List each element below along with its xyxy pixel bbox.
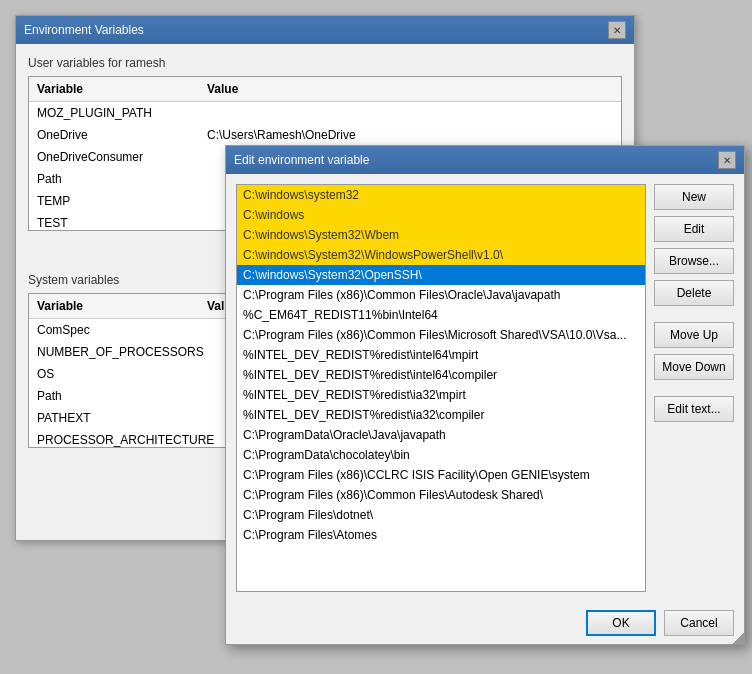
path-edit-button[interactable]: Edit (654, 216, 734, 242)
path-item[interactable]: C:\Program Files\Atomes (237, 525, 645, 545)
path-item[interactable]: %INTEL_DEV_REDIST%redist\ia32\mpirt (237, 385, 645, 405)
user-value-col-header: Value (203, 80, 617, 98)
edit-ok-button[interactable]: OK (586, 610, 656, 636)
path-item[interactable]: %INTEL_DEV_REDIST%redist\intel64\compile… (237, 365, 645, 385)
path-move-up-button[interactable]: Move Up (654, 322, 734, 348)
path-item[interactable]: %INTEL_DEV_REDIST%redist\intel64\mpirt (237, 345, 645, 365)
path-item[interactable]: C:\windows (237, 205, 645, 225)
path-list[interactable]: C:\windows\system32 C:\windows C:\window… (236, 184, 646, 592)
env-dialog-titlebar: Environment Variables ✕ (16, 16, 634, 44)
user-table-header: Variable Value (29, 77, 621, 102)
path-move-down-button[interactable]: Move Down (654, 354, 734, 380)
edit-side-buttons: New Edit Browse... Delete Move Up Move D… (654, 184, 734, 592)
path-item[interactable]: C:\Program Files (x86)\Common Files\Micr… (237, 325, 645, 345)
path-item[interactable]: C:\Program Files\dotnet\ (237, 505, 645, 525)
path-delete-button[interactable]: Delete (654, 280, 734, 306)
path-item[interactable]: C:\Program Files (x86)\CCLRC ISIS Facili… (237, 465, 645, 485)
table-row[interactable]: OneDrive C:\Users\Ramesh\OneDrive (29, 124, 621, 146)
system-variable-col-header: Variable (33, 297, 203, 315)
path-item[interactable]: C:\windows\system32 (237, 185, 645, 205)
path-item[interactable]: C:\Program Files (x86)\Common Files\Auto… (237, 485, 645, 505)
edit-dialog-footer: OK Cancel (226, 602, 744, 644)
path-item[interactable]: C:\ProgramData\Oracle\Java\javapath (237, 425, 645, 445)
path-browse-button[interactable]: Browse... (654, 248, 734, 274)
path-item[interactable]: C:\windows\System32\OpenSSH\ (237, 265, 645, 285)
edit-dialog-title: Edit environment variable (234, 153, 369, 167)
path-item[interactable]: %C_EM64T_REDIST11%bin\Intel64 (237, 305, 645, 325)
edit-dialog-close-button[interactable]: ✕ (718, 151, 736, 169)
path-item[interactable]: C:\windows\System32\Wbem (237, 225, 645, 245)
user-variable-col-header: Variable (33, 80, 203, 98)
path-edit-text-button[interactable]: Edit text... (654, 396, 734, 422)
edit-cancel-button[interactable]: Cancel (664, 610, 734, 636)
env-dialog-title: Environment Variables (24, 23, 144, 37)
path-item[interactable]: C:\Program Files (x86)\Common Files\Orac… (237, 285, 645, 305)
path-item[interactable]: C:\ProgramData\chocolatey\bin (237, 445, 645, 465)
user-section-label: User variables for ramesh (28, 56, 622, 70)
path-new-button[interactable]: New (654, 184, 734, 210)
path-item[interactable]: C:\windows\System32\WindowsPowerShell\v1… (237, 245, 645, 265)
env-dialog-close-button[interactable]: ✕ (608, 21, 626, 39)
path-item[interactable]: %INTEL_DEV_REDIST%redist\ia32\compiler (237, 405, 645, 425)
edit-dialog-titlebar: Edit environment variable ✕ (226, 146, 744, 174)
table-row[interactable]: MOZ_PLUGIN_PATH (29, 102, 621, 124)
edit-dialog-body: C:\windows\system32 C:\windows C:\window… (226, 174, 744, 602)
edit-env-dialog: Edit environment variable ✕ C:\windows\s… (225, 145, 745, 645)
resize-handle[interactable] (732, 632, 744, 644)
